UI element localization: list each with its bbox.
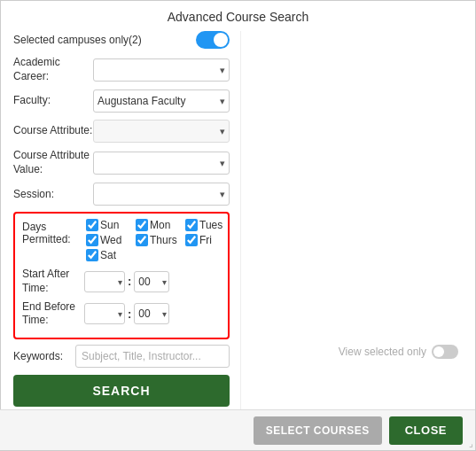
label-sun: Sun [100, 219, 119, 231]
view-selected-knob [433, 346, 444, 357]
faculty-select-wrapper: Augustana Faculty [93, 89, 230, 113]
selected-campuses-label: Selected campuses only(2) [13, 34, 196, 46]
end-hour-select[interactable]: 1212 345 678 91011 [84, 303, 125, 324]
faculty-row: Faculty: Augustana Faculty [13, 89, 230, 113]
day-tues: Tues [185, 219, 228, 231]
checkbox-wed[interactable] [86, 234, 98, 246]
view-selected-row: View selected only [339, 345, 458, 359]
label-thurs: Thurs [150, 234, 177, 246]
day-sat: Sat [86, 249, 129, 261]
session-select[interactable] [93, 183, 230, 206]
selected-campuses-row: Selected campuses only(2) [13, 31, 230, 49]
end-before-time-row: End Before Time: 1212 345 678 91011 : [22, 300, 221, 328]
days-row-1: Sun Mon Tues [86, 219, 221, 231]
day-sun: Sun [86, 219, 129, 231]
resize-handle[interactable]: ⌟ [469, 439, 473, 448]
checkbox-tues[interactable] [185, 219, 198, 231]
right-panel: View selected only [240, 31, 471, 412]
day-fri: Fri [185, 234, 228, 246]
keywords-label: Keywords: [13, 350, 75, 362]
days-row-3: Sat [86, 249, 221, 261]
keywords-row: Keywords: [13, 345, 230, 368]
days-permitted-section: Days Permitted: Sun Mon [13, 212, 230, 338]
bottom-bar: SELECT COURSES CLOSE [0, 409, 475, 450]
label-sat: Sat [100, 249, 116, 261]
toggle-knob [214, 33, 228, 47]
session-row: Session: [13, 182, 230, 206]
label-fri: Fri [199, 234, 212, 246]
session-label: Session: [13, 188, 93, 202]
end-time-colon: : [128, 307, 131, 321]
course-attribute-value-label: Course Attribute Value: [13, 149, 93, 176]
session-select-wrapper [93, 183, 230, 206]
day-mon: Mon [136, 219, 178, 231]
start-after-time-row: Start After Time: 1212 345 678 91011 : [22, 268, 221, 295]
start-after-time-label: Start After Time: [22, 268, 84, 295]
label-mon: Mon [150, 219, 170, 231]
academic-career-label: Academic Career: [13, 56, 93, 83]
course-attribute-label: Course Attribute: [13, 124, 93, 138]
days-row-2: Wed Thurs Fri [86, 234, 221, 246]
modal-title: Advanced Course Search [1, 1, 475, 31]
start-min-select[interactable]: 00 15 30 45 [134, 271, 169, 292]
days-permitted-label: Days Permitted: [22, 219, 84, 245]
course-attribute-value-select[interactable] [93, 152, 230, 175]
select-courses-button[interactable]: SELECT COURSES [254, 416, 382, 445]
modal-container: Advanced Course Search Selected campuses… [0, 0, 476, 451]
search-button[interactable]: SEARCH [13, 375, 230, 407]
keywords-input[interactable] [75, 345, 230, 368]
end-time-selects: 1212 345 678 91011 : 00 15 30 [84, 303, 169, 324]
start-hour-wrapper: 1212 345 678 91011 [84, 271, 125, 292]
checkbox-sun[interactable] [86, 219, 98, 231]
label-tues: Tues [199, 219, 222, 231]
days-grid: Sun Mon Tues [86, 219, 221, 261]
academic-career-select-wrapper [93, 58, 230, 82]
course-attribute-select-wrapper [93, 120, 230, 143]
faculty-label: Faculty: [13, 94, 93, 108]
day-thurs: Thurs [136, 234, 178, 246]
view-selected-label: View selected only [339, 346, 426, 358]
label-wed: Wed [100, 234, 121, 246]
checkbox-sat[interactable] [86, 249, 98, 261]
selected-campuses-toggle[interactable] [196, 31, 230, 49]
end-hour-wrapper: 1212 345 678 91011 [84, 303, 125, 324]
academic-career-row: Academic Career: [13, 56, 230, 83]
close-button[interactable]: CLOSE [389, 416, 463, 445]
course-attribute-select[interactable] [93, 120, 230, 143]
checkbox-mon[interactable] [136, 219, 148, 231]
end-min-wrapper: 00 15 30 45 [134, 303, 169, 324]
course-attribute-value-select-wrapper [93, 152, 230, 175]
faculty-select[interactable]: Augustana Faculty [93, 89, 230, 113]
academic-career-select[interactable] [93, 58, 230, 82]
view-selected-toggle[interactable] [432, 345, 458, 359]
start-hour-select[interactable]: 1212 345 678 91011 [84, 271, 125, 292]
end-min-select[interactable]: 00 15 30 45 [134, 303, 169, 324]
course-attribute-value-row: Course Attribute Value: [13, 149, 230, 176]
start-min-wrapper: 00 15 30 45 [134, 271, 169, 292]
checkbox-fri[interactable] [185, 234, 198, 246]
course-attribute-row: Course Attribute: [13, 119, 230, 144]
end-before-time-label: End Before Time: [22, 300, 84, 328]
day-wed: Wed [86, 234, 129, 246]
start-time-colon: : [128, 275, 131, 288]
start-time-selects: 1212 345 678 91011 : 00 15 30 [84, 271, 169, 292]
checkbox-thurs[interactable] [136, 234, 148, 246]
left-panel: Selected campuses only(2) Academic Caree… [1, 31, 240, 434]
